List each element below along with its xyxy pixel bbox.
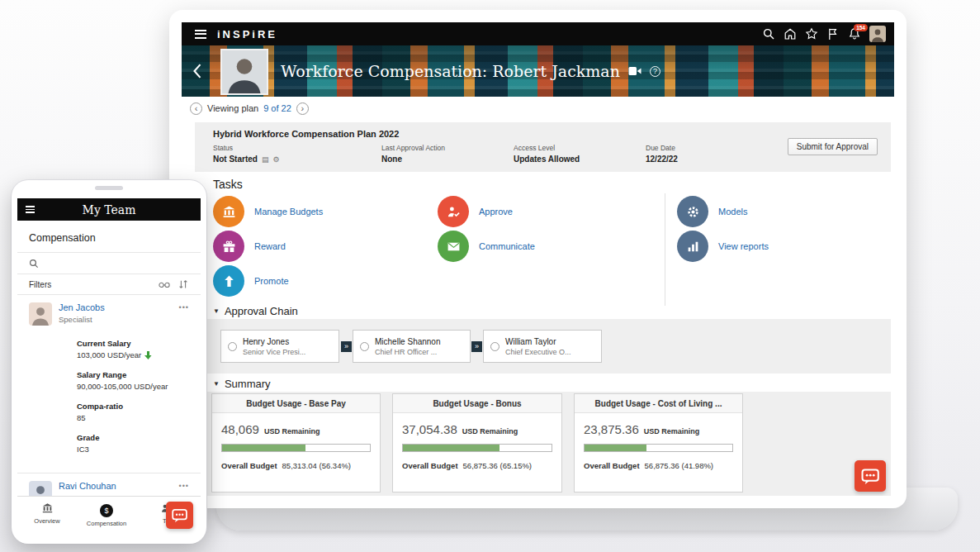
field-salary-range: Salary Range 90,000-105,000 USD/year — [77, 370, 189, 391]
approver-role: Chief Executive O... — [505, 348, 571, 356]
task-view-reports[interactable]: View reports — [677, 231, 769, 262]
user-avatar[interactable] — [869, 26, 886, 42]
flag-icon[interactable] — [826, 27, 840, 40]
radio-icon[interactable] — [360, 342, 369, 351]
overall-budget-value: 56,875.36 (65.15%) — [463, 461, 532, 470]
overall-budget-label: Overall Budget — [221, 461, 277, 470]
radio-icon[interactable] — [490, 342, 499, 351]
collapse-triangle-icon[interactable]: ▼ — [213, 380, 220, 388]
task-models[interactable]: Models — [677, 196, 747, 227]
help-icon[interactable]: ? — [650, 66, 660, 77]
approver-card[interactable]: Michelle Shannon Chief HR Officer ... — [353, 330, 471, 363]
green-down-arrow-icon — [144, 351, 152, 359]
desktop-app: iNSPiRE 154 — [182, 22, 894, 496]
chat-bubble-icon — [171, 507, 188, 524]
status-field: Status Not Started ▤ ⚙ — [213, 144, 280, 164]
approver-role: Senior Vice Presi... — [243, 348, 305, 356]
task-communicate[interactable]: Communicate — [438, 231, 535, 262]
approver-card[interactable]: Henry Jones Senior Vice Presi... — [220, 330, 339, 363]
task-label: Models — [718, 207, 747, 217]
task-label: Manage Budgets — [254, 207, 323, 217]
last-approval-label: Last Approval Action — [381, 144, 445, 152]
search-icon[interactable] — [762, 27, 775, 40]
task-manage-budgets[interactable]: Manage Budgets — [213, 196, 323, 227]
remaining-label: USD Remaining — [644, 427, 700, 435]
task-approve[interactable]: Approve — [438, 196, 513, 227]
status-details-icon[interactable]: ▤ — [262, 155, 269, 164]
status-gear-icon[interactable]: ⚙ — [272, 155, 279, 164]
tab-label: Overview — [17, 517, 77, 525]
access-level-label: Access Level — [514, 144, 580, 152]
plan-position-link[interactable]: 9 of 22 — [263, 103, 291, 113]
chain-arrow-icon[interactable]: » — [471, 341, 482, 352]
saved-search-glasses-icon[interactable] — [159, 279, 170, 289]
tab-compensation[interactable]: $ Compensation — [77, 502, 136, 537]
budget-progress-bar — [584, 444, 733, 452]
field-label: Current Salary — [77, 339, 189, 348]
scene: iNSPiRE 154 — [0, 0, 980, 552]
avatar — [29, 302, 52, 326]
chain-arrow-icon[interactable]: » — [341, 341, 352, 352]
menu-icon[interactable] — [195, 27, 206, 40]
employee-name[interactable]: Jen Jacobs — [59, 302, 105, 312]
summary-title: Summary — [225, 378, 271, 390]
notification-badge: 154 — [854, 24, 868, 31]
budget-card-title: Budget Usage - Bonus — [393, 394, 561, 413]
laptop-device: iNSPiRE 154 — [169, 10, 907, 508]
task-label: Promote — [254, 276, 289, 286]
employee-photo — [220, 49, 268, 95]
chat-assistant-button[interactable] — [855, 460, 886, 492]
employee-name[interactable]: Ravi Chouhan — [59, 481, 116, 491]
task-label: Reward — [254, 241, 286, 251]
more-actions-icon[interactable]: ••• — [179, 303, 189, 312]
task-reward[interactable]: Reward — [213, 231, 286, 262]
next-plan-icon[interactable]: › — [296, 102, 309, 115]
previous-plan-icon[interactable]: ‹ — [190, 102, 202, 115]
radio-icon[interactable] — [228, 342, 237, 351]
approver-card[interactable]: William Taylor Chief Executive O... — [483, 330, 602, 363]
favorites-star-icon[interactable] — [805, 27, 818, 40]
notifications-bell-icon[interactable]: 154 — [848, 27, 861, 40]
plan-pager: ‹ Viewing plan 9 of 22 › — [182, 97, 894, 120]
approver-name: Michelle Shannon — [375, 337, 441, 346]
summary-heading: ▼ Summary — [213, 378, 271, 390]
task-label: Approve — [479, 207, 513, 217]
plan-panel: Hybrid Workforce Compensation Plan 2022 … — [195, 122, 891, 172]
tab-overview[interactable]: Overview — [17, 502, 77, 537]
menu-icon[interactable] — [26, 204, 35, 215]
budget-progress-fill — [585, 445, 646, 451]
field-grade: Grade IC3 — [77, 433, 189, 454]
due-date-field: Due Date 12/22/22 — [646, 144, 678, 164]
budget-card-base-pay: Budget Usage - Base Pay 48,069 USD Remai… — [211, 393, 381, 493]
envelope-icon — [438, 231, 469, 262]
sort-icon[interactable] — [178, 279, 189, 289]
home-icon[interactable] — [784, 27, 797, 40]
search-row[interactable] — [17, 253, 201, 274]
video-icon[interactable] — [628, 66, 641, 76]
field-value: IC3 — [77, 445, 89, 454]
mobile-title: My Team — [17, 203, 201, 217]
submit-for-approval-button[interactable]: Submit for Approval — [788, 138, 878, 155]
task-promote[interactable]: Promote — [213, 265, 289, 297]
remaining-label: USD Remaining — [462, 427, 518, 435]
field-compa-ratio: Compa-ratio 85 — [77, 402, 189, 422]
chat-bubble-icon — [860, 466, 880, 486]
compensation-coin-icon: $ — [100, 504, 113, 517]
budget-progress-fill — [403, 445, 499, 451]
chat-assistant-button[interactable] — [166, 502, 193, 529]
phone-device: My Team Compensation Filters — [12, 180, 206, 544]
approver-name: Henry Jones — [243, 337, 305, 346]
overall-budget-label: Overall Budget — [402, 461, 458, 470]
remaining-amount: 23,875.36 — [584, 422, 639, 436]
collapse-triangle-icon[interactable]: ▼ — [213, 307, 220, 315]
approval-chain-heading: ▼ Approval Chain — [213, 305, 298, 317]
page-banner: Workforce Compensation: Robert Jackman ? — [182, 45, 894, 97]
employee-card[interactable]: Jen Jacobs Specialist ••• Current Salary… — [17, 295, 201, 473]
back-chevron-icon[interactable] — [192, 63, 203, 79]
phone-speaker — [95, 186, 123, 190]
access-level-field: Access Level Updates Allowed — [514, 144, 580, 164]
more-actions-icon[interactable]: ••• — [179, 482, 189, 490]
budget-card-title: Budget Usage - Cost of Living ... — [575, 394, 742, 413]
global-header: iNSPiRE 154 — [182, 22, 894, 45]
remaining-label: USD Remaining — [264, 427, 320, 435]
